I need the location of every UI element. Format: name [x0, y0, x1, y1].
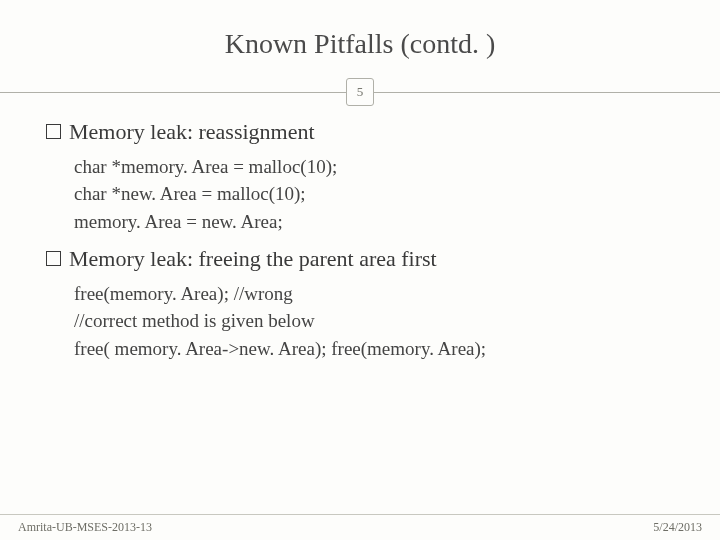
code-line: char *new. Area = malloc(10);	[74, 180, 676, 208]
section-heading: Memory leak: freeing the parent area fir…	[46, 245, 676, 274]
page-number-badge: 5	[346, 78, 374, 106]
code-line: //correct method is given below	[74, 307, 676, 335]
code-line: free(memory. Area); //wrong	[74, 280, 676, 308]
slide-footer: Amrita-UB-MSES-2013-13 5/24/2013	[0, 514, 720, 540]
code-line: free( memory. Area->new. Area); free(mem…	[74, 335, 676, 363]
section-heading-text: Memory leak: freeing the parent area fir…	[69, 245, 437, 274]
square-bullet-icon	[46, 251, 61, 266]
code-block: free(memory. Area); //wrong //correct me…	[46, 280, 676, 363]
title-divider: 5	[44, 78, 676, 106]
slide-title: Known Pitfalls (contd. )	[44, 28, 676, 60]
footer-right: 5/24/2013	[653, 520, 702, 535]
footer-left: Amrita-UB-MSES-2013-13	[18, 520, 152, 535]
code-line: char *memory. Area = malloc(10);	[74, 153, 676, 181]
slide-content: Memory leak: reassignment char *memory. …	[44, 118, 676, 362]
section-heading: Memory leak: reassignment	[46, 118, 676, 147]
code-line: memory. Area = new. Area;	[74, 208, 676, 236]
code-block: char *memory. Area = malloc(10); char *n…	[46, 153, 676, 236]
square-bullet-icon	[46, 124, 61, 139]
slide: Known Pitfalls (contd. ) 5 Memory leak: …	[0, 0, 720, 540]
section-heading-text: Memory leak: reassignment	[69, 118, 315, 147]
